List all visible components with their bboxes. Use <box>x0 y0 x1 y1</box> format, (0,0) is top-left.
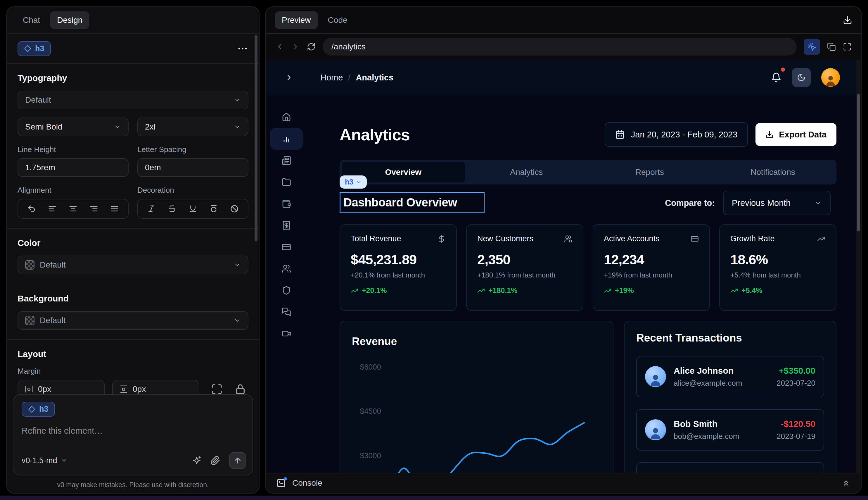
align-center-icon[interactable] <box>69 204 78 213</box>
notifications-button[interactable] <box>771 72 782 83</box>
composer-element-badge[interactable]: h3 <box>22 402 55 417</box>
forward-icon[interactable] <box>291 42 300 51</box>
align-justify-icon[interactable] <box>110 204 119 213</box>
sidebar-item-security[interactable] <box>270 280 303 301</box>
stat-card-new-customers[interactable]: New Customers 2,350 +180.1% from last mo… <box>466 224 583 311</box>
color-section-title: Color <box>18 238 248 248</box>
selected-heading-outline[interactable]: Dashboard Overview <box>339 192 485 213</box>
export-data-button[interactable]: Export Data <box>755 123 836 146</box>
transaction-item[interactable]: Bob Smith bob@example.com -$120.50 2023-… <box>636 409 824 451</box>
expand-sides-icon[interactable] <box>211 383 223 395</box>
transaction-item[interactable]: Alice Johnson alice@example.com +$350.00… <box>636 356 824 397</box>
user-icon <box>648 426 663 440</box>
background-select[interactable]: Default <box>18 311 248 330</box>
send-button[interactable] <box>229 452 246 469</box>
stat-trend-value: +19% <box>615 286 634 295</box>
stat-value: 2,350 <box>477 251 572 268</box>
calendar-icon <box>615 130 625 139</box>
enhance-prompt-icon[interactable] <box>192 456 202 466</box>
users-icon <box>282 264 291 273</box>
preview-scrollbar-thumb[interactable] <box>857 94 860 231</box>
trending-up-icon <box>817 235 825 243</box>
font-weight-select[interactable]: Semi Bold <box>18 117 129 136</box>
no-decoration-icon[interactable] <box>230 204 239 213</box>
chevrons-up-icon[interactable] <box>842 479 850 487</box>
download-icon[interactable] <box>843 15 852 25</box>
sidebar-item-files[interactable] <box>270 171 303 193</box>
align-right-icon[interactable] <box>90 204 98 213</box>
sidebar-item-cards[interactable] <box>270 236 303 258</box>
tab-design[interactable]: Design <box>50 11 90 29</box>
sidebar-item-messages[interactable] <box>270 301 303 323</box>
theme-toggle-button[interactable] <box>792 68 811 87</box>
breadcrumb-home[interactable]: Home <box>320 73 343 82</box>
background-value: Default <box>40 316 66 325</box>
preview-scrollbar[interactable] <box>856 60 860 474</box>
stat-card-active-accounts[interactable]: Active Accounts 12,234 +19% from last mo… <box>593 224 710 311</box>
lock-margin-icon[interactable] <box>234 383 246 395</box>
console-bar[interactable]: Console <box>267 473 860 492</box>
chevron-down-icon <box>234 261 241 269</box>
stat-card-total-revenue[interactable]: Total Revenue $45,231.89 +20.1% from las… <box>339 224 457 311</box>
date-range-button[interactable]: Jan 20, 2023 - Feb 09, 2023 <box>605 122 748 147</box>
compare-select[interactable]: Previous Month <box>723 191 831 215</box>
sidebar-item-analytics[interactable] <box>270 128 303 150</box>
stat-card-growth-rate[interactable]: Growth Rate 18.6% +5.4% from last month … <box>719 224 836 311</box>
sidebar-item-wallet[interactable] <box>270 193 303 215</box>
stat-trend-value: +180.1% <box>488 286 517 295</box>
selection-tag-badge[interactable]: h3 <box>339 175 367 189</box>
back-icon[interactable] <box>275 42 284 51</box>
tab-code[interactable]: Code <box>321 11 355 29</box>
preview-panel: Preview Code /analytics Home / Analytics <box>265 7 861 493</box>
copy-icon[interactable] <box>827 42 836 51</box>
refresh-icon[interactable] <box>307 42 316 51</box>
line-height-input[interactable]: 1.75rem <box>18 158 129 177</box>
refine-input[interactable]: Refine this element… <box>22 426 244 436</box>
select-element-button[interactable] <box>804 38 820 55</box>
chevron-down-icon <box>234 123 241 130</box>
composer-badge-label: h3 <box>39 405 48 414</box>
sidebar-item-video[interactable] <box>270 323 303 344</box>
user-avatar[interactable] <box>821 68 840 87</box>
fullscreen-icon[interactable] <box>843 42 852 51</box>
undo-icon[interactable] <box>27 204 36 213</box>
selected-element-badge[interactable]: h3 <box>18 41 51 56</box>
transaction-email: alice@example.com <box>674 379 742 388</box>
sidebar-item-home[interactable] <box>270 106 303 128</box>
design-sidebar-panel: Chat Design h3 Typography Default Semi B… <box>7 7 259 493</box>
align-left-icon[interactable] <box>48 204 57 213</box>
tab-notifications[interactable]: Notifications <box>711 162 835 182</box>
sidebar-item-receipts[interactable] <box>270 215 303 236</box>
overline-icon[interactable] <box>209 204 218 213</box>
tab-analytics[interactable]: Analytics <box>465 162 588 182</box>
arrow-up-icon <box>233 456 242 465</box>
font-weight-value: Semi Bold <box>25 122 62 132</box>
sidebar-expand-icon[interactable] <box>285 73 293 82</box>
strikethrough-icon[interactable] <box>168 204 176 213</box>
sidebar-item-news[interactable] <box>270 150 303 171</box>
decoration-label: Decoration <box>137 186 248 195</box>
tab-chat[interactable]: Chat <box>16 11 47 29</box>
stat-title: Growth Rate <box>730 234 775 243</box>
newspaper-icon <box>282 156 291 165</box>
italic-icon[interactable] <box>147 204 156 213</box>
dashboard-tabs: Overview Analytics Reports Notifications <box>339 160 836 184</box>
font-size-select[interactable]: 2xl <box>137 117 248 136</box>
element-menu-icon[interactable] <box>237 43 248 54</box>
letter-spacing-input[interactable]: 0em <box>137 158 248 177</box>
tab-reports[interactable]: Reports <box>588 162 711 182</box>
left-panel-scrollbar[interactable] <box>255 35 257 241</box>
url-input[interactable]: /analytics <box>323 38 797 56</box>
download-icon <box>765 130 774 139</box>
attach-file-icon[interactable] <box>210 456 220 466</box>
tab-preview[interactable]: Preview <box>275 11 318 29</box>
chevron-down-icon <box>356 179 361 185</box>
sidebar-item-users[interactable] <box>270 258 303 280</box>
font-family-select[interactable]: Default <box>18 91 248 109</box>
underline-icon[interactable] <box>188 204 197 213</box>
color-select[interactable]: Default <box>18 255 248 274</box>
preview-viewport: Home / Analytics <box>267 60 860 474</box>
model-select[interactable]: v0-1.5-md <box>22 456 67 465</box>
transaction-item-partial[interactable] <box>636 462 824 474</box>
element-diamond-icon <box>28 406 36 413</box>
